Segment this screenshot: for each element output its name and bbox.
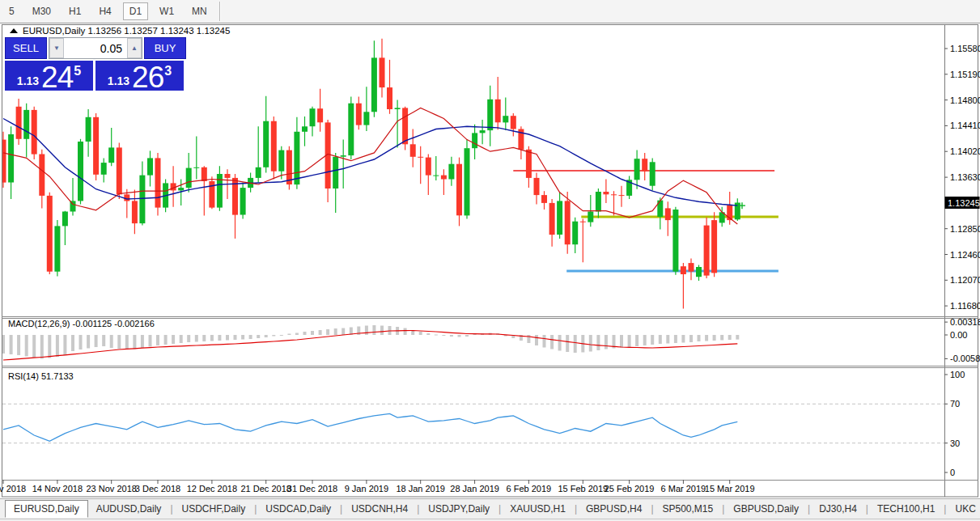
svg-text:1.12460: 1.12460 xyxy=(950,250,980,260)
timeframe-button-h1[interactable]: H1 xyxy=(62,2,87,20)
svg-text:30: 30 xyxy=(950,438,960,448)
svg-text:6 Mar 2019: 6 Mar 2019 xyxy=(661,484,706,493)
chart-tab-xauusd-h1[interactable]: XAUUSD,H1 xyxy=(502,501,574,517)
volume-decrease-button[interactable]: ▼ xyxy=(49,38,64,58)
svg-text:15 Mar 2019: 15 Mar 2019 xyxy=(705,484,755,493)
volume-input[interactable] xyxy=(64,38,127,58)
svg-text:3 Dec 2018: 3 Dec 2018 xyxy=(135,484,180,493)
sell-price-pip: 5 xyxy=(74,64,81,78)
buy-price-display[interactable]: 1.13 26 3 xyxy=(95,61,184,91)
volume-increase-button[interactable]: ▲ xyxy=(127,38,142,58)
svg-text:21 Dec 2018: 21 Dec 2018 xyxy=(241,484,291,493)
svg-text:1.12850: 1.12850 xyxy=(950,224,980,234)
chart-tab-gbpusd-daily[interactable]: GBPUSD,Daily xyxy=(725,501,807,517)
svg-text:0.003188: 0.003188 xyxy=(950,317,980,327)
sell-price-big: 24 xyxy=(41,64,73,91)
chart-tab-usdcnh-h4[interactable]: USDCNH,H4 xyxy=(343,501,416,517)
macd-label: MACD(12,26,9) -0.001125 -0.002166 xyxy=(8,319,155,328)
svg-text:0: 0 xyxy=(950,468,955,477)
timeframe-button-d1[interactable]: D1 xyxy=(123,2,148,20)
svg-text:1.14800: 1.14800 xyxy=(950,95,980,105)
timeframe-button-h4[interactable]: H4 xyxy=(92,2,117,20)
svg-text:28 Jan 2019: 28 Jan 2019 xyxy=(450,484,499,493)
buy-price-prefix: 1.13 xyxy=(108,74,129,87)
chart-tab-ukc[interactable]: UKC xyxy=(947,501,980,517)
svg-text:25 Feb 2019: 25 Feb 2019 xyxy=(605,484,655,493)
chart-tabs-bar: EURUSD,DailyAUDUSD,Daily|USDCHF,Daily|US… xyxy=(0,498,980,519)
svg-text:15 Feb 2019: 15 Feb 2019 xyxy=(558,484,608,493)
timeframe-toolbar: 5M30H1H4D1W1MN xyxy=(0,0,980,23)
svg-text:6 Feb 2019: 6 Feb 2019 xyxy=(507,484,552,493)
svg-text:12 Dec 2018: 12 Dec 2018 xyxy=(187,484,237,493)
svg-text:1.15190: 1.15190 xyxy=(950,70,980,79)
volume-spinner: ▼ ▲ xyxy=(49,37,142,59)
timeframe-button-w1[interactable]: W1 xyxy=(153,2,180,20)
svg-text:1.15580: 1.15580 xyxy=(950,44,980,53)
timeframe-button-mn[interactable]: MN xyxy=(185,2,214,20)
svg-text:14 Nov 2018: 14 Nov 2018 xyxy=(32,484,83,493)
timeframe-button-m30[interactable]: M30 xyxy=(26,2,57,20)
toolbar-separator xyxy=(219,2,221,21)
sell-price-prefix: 1.13 xyxy=(17,74,39,87)
chart-tab-tech100-h1[interactable]: TECH100,H1 xyxy=(869,501,943,517)
chart-tab-sp500-m15[interactable]: SP500,M15 xyxy=(655,501,722,517)
svg-text:9 Jan 2019: 9 Jan 2019 xyxy=(345,484,388,493)
chart-header: EURUSD,Daily 1.13256 1.13257 1.13243 1.1… xyxy=(10,26,230,36)
sell-price-display[interactable]: 1.13 24 5 xyxy=(5,61,93,91)
buy-price-pip: 3 xyxy=(164,64,172,78)
svg-text:18 Jan 2019: 18 Jan 2019 xyxy=(396,484,445,493)
svg-text:1.12070: 1.12070 xyxy=(950,275,980,285)
svg-text:70: 70 xyxy=(950,399,960,409)
svg-text:100: 100 xyxy=(950,370,965,379)
chart-title: EURUSD,Daily 1.13256 1.13257 1.13243 1.1… xyxy=(23,26,230,36)
svg-text:-0.005889: -0.005889 xyxy=(950,354,980,363)
chart-tab-audusd-daily[interactable]: AUDUSD,Daily xyxy=(88,501,170,517)
trade-controls-row: SELL ▼ ▲ BUY xyxy=(5,37,186,59)
svg-text:1.11680: 1.11680 xyxy=(950,301,980,311)
svg-text:1.13245: 1.13245 xyxy=(948,198,980,208)
svg-text:23 Nov 2018: 23 Nov 2018 xyxy=(87,484,137,493)
chart-tab-usdchf-daily[interactable]: USDCHF,Daily xyxy=(174,501,254,517)
timeframe-button-5[interactable]: 5 xyxy=(2,2,21,20)
chart-tab-gbpusd-h4[interactable]: GBPUSD,H4 xyxy=(578,501,650,517)
svg-text:5 Nov 2018: 5 Nov 2018 xyxy=(0,484,26,493)
chart-tab-usdjpy-daily[interactable]: USDJPY,Daily xyxy=(420,501,498,517)
svg-text:31 Dec 2018: 31 Dec 2018 xyxy=(287,484,337,493)
svg-text:0.00: 0.00 xyxy=(950,330,967,340)
svg-text:1.14020: 1.14020 xyxy=(950,146,980,156)
rsi-label: RSI(14) 51.7133 xyxy=(8,371,74,381)
trade-prices-row: 1.13 24 5 1.13 26 3 xyxy=(5,61,186,91)
chart-tab-dj30-h4[interactable]: DJ30,H4 xyxy=(811,501,865,517)
chart-tab-eurusd-daily[interactable]: EURUSD,Daily xyxy=(5,500,88,518)
buy-price-big: 26 xyxy=(132,64,163,91)
trading-platform-window: 5M30H1H4D1W1MN EURUSD,Daily 1.13256 1.13… xyxy=(0,0,980,521)
one-click-trading-panel: SELL ▼ ▲ BUY 1.13 24 5 1.13 26 3 xyxy=(5,37,186,91)
chart-tab-usdcad-daily[interactable]: USDCAD,Daily xyxy=(257,501,339,517)
sell-button[interactable]: SELL xyxy=(5,37,47,59)
svg-text:1.14410: 1.14410 xyxy=(950,121,980,130)
buy-button[interactable]: BUY xyxy=(144,37,186,59)
svg-text:1.13630: 1.13630 xyxy=(950,172,980,182)
